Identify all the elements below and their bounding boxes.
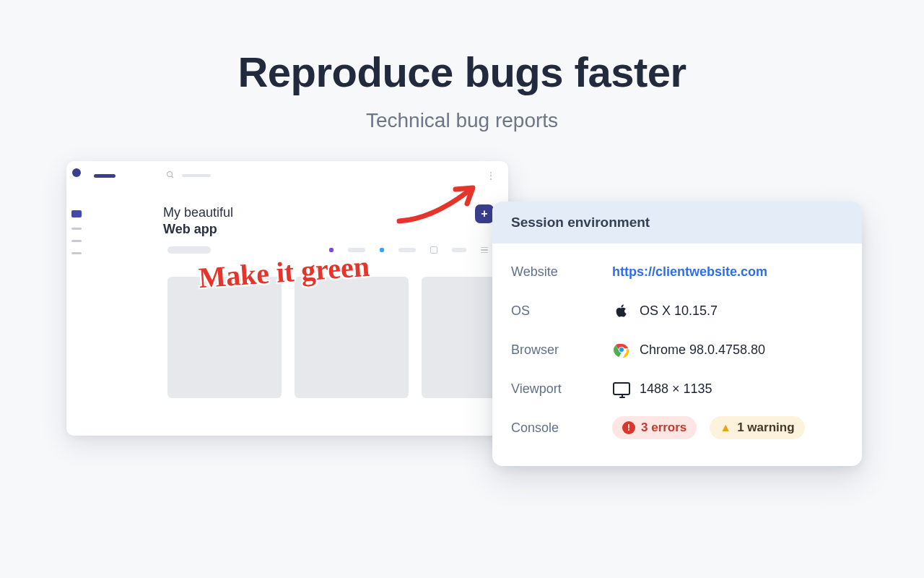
sidebar-item[interactable] [71, 228, 82, 230]
content-card[interactable] [295, 277, 409, 398]
session-row-website: Website https://clientwebsite.com [511, 252, 843, 291]
content-card[interactable] [167, 277, 282, 398]
tag-dot-icon[interactable] [380, 248, 384, 252]
filter-pill[interactable] [452, 248, 466, 252]
filter-pill[interactable] [398, 248, 416, 252]
filter-pill[interactable] [167, 246, 211, 254]
viewport-value: 1488 × 1135 [640, 381, 712, 397]
session-row-console: Console ! 3 errors ▲ 1 warning [511, 408, 843, 447]
annotation-arrow-icon [393, 179, 487, 230]
svg-line-1 [172, 176, 174, 178]
errors-badge[interactable]: ! 3 errors [612, 416, 697, 439]
chrome-icon [612, 340, 631, 359]
session-row-viewport: Viewport 1488 × 1135 [511, 369, 843, 408]
sidebar-item[interactable] [71, 252, 82, 254]
list-icon[interactable] [481, 247, 488, 254]
website-link[interactable]: https://clientwebsite.com [612, 264, 767, 280]
warning-icon: ▲ [720, 421, 731, 434]
hero-subhead: Technical bug reports [0, 109, 924, 132]
error-icon: ! [622, 421, 635, 434]
session-card: Session environment Website https://clie… [492, 202, 862, 466]
sidebar-item-active[interactable] [71, 210, 82, 217]
session-row-browser: Browser Chrome 98.0.4758.80 [511, 330, 843, 369]
browser-value: Chrome 98.0.4758.80 [640, 342, 765, 358]
svg-point-0 [167, 171, 173, 176]
calendar-icon[interactable] [430, 246, 437, 254]
session-row-os: OS OS X 10.15.7 [511, 291, 843, 330]
warnings-badge[interactable]: ▲ 1 warning [710, 416, 804, 439]
more-icon[interactable]: ⋮ [486, 170, 497, 181]
monitor-icon [612, 379, 631, 398]
brand-bar [94, 174, 116, 178]
svg-point-4 [619, 348, 624, 352]
search-icon[interactable] [166, 171, 175, 181]
hero-headline: Reproduce bugs faster [0, 48, 924, 96]
os-value: OS X 10.15.7 [640, 303, 718, 319]
app-sidebar [66, 161, 87, 436]
session-header: Session environment [492, 202, 862, 243]
sidebar-item[interactable] [71, 240, 82, 242]
apple-icon [612, 301, 631, 320]
logo-icon [72, 168, 81, 177]
search-placeholder[interactable] [182, 174, 211, 177]
